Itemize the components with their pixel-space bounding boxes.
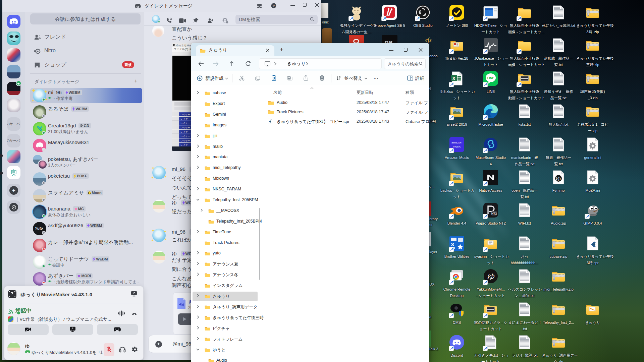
svg-text:?: ?: [273, 4, 275, 8]
